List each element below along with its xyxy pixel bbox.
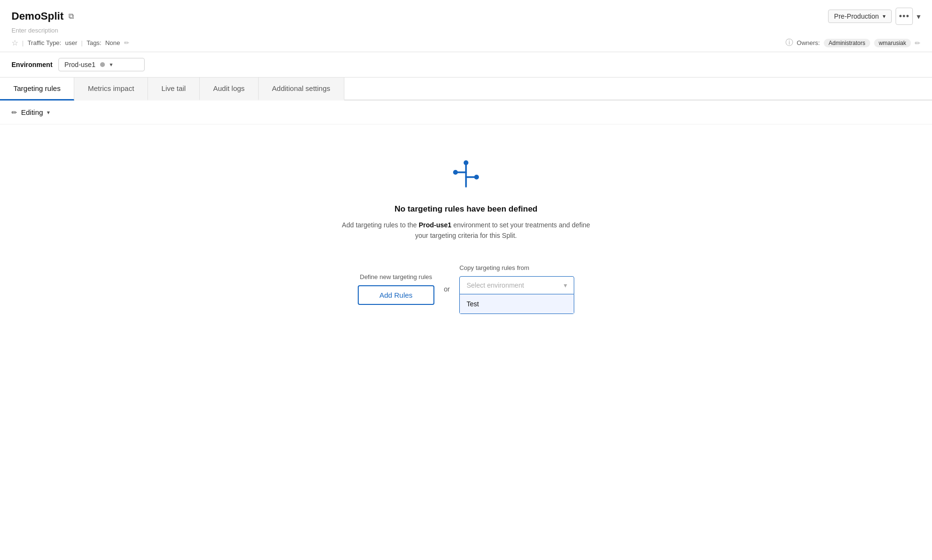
empty-state-title: No targeting rules have been defined	[395, 204, 538, 214]
owner-badge-wmarusiak: wmarusiak	[874, 39, 911, 47]
select-environment-chevron-icon: ▾	[564, 281, 567, 289]
owners-label: Owners:	[797, 39, 820, 46]
tags-value: None	[105, 39, 120, 46]
tags-edit-icon[interactable]: ✏	[124, 39, 129, 46]
environment-dropdown[interactable]: Prod-use1 ▾	[58, 58, 145, 71]
define-rules-label: Define new targeting rules	[360, 273, 432, 280]
tab-bar: Targeting rules Metrics impact Live tail…	[0, 78, 932, 101]
page-title: DemoSplit	[11, 10, 64, 22]
tab-audit-logs[interactable]: Audit logs	[200, 78, 259, 101]
environment-selected-value: Prod-use1	[65, 61, 96, 68]
star-icon[interactable]: ☆	[11, 38, 18, 47]
select-environment-dropdown[interactable]: Select environment ▾	[459, 276, 574, 294]
svg-point-4	[474, 175, 479, 179]
traffic-type-value: user	[65, 39, 77, 46]
editing-label: Editing	[21, 108, 43, 116]
or-text: or	[444, 285, 450, 293]
owner-badge-administrators: Administrators	[824, 39, 870, 47]
environment-status-dot	[100, 62, 105, 67]
dropdown-option-test[interactable]: Test	[460, 294, 574, 314]
description-text: Enter description	[11, 27, 921, 34]
svg-point-5	[464, 160, 468, 165]
editing-chevron-icon[interactable]: ▾	[47, 109, 50, 116]
copy-rules-label: Copy targeting rules from	[459, 264, 529, 271]
environment-selector-label: Pre-Production	[834, 12, 879, 20]
add-rules-button[interactable]: Add Rules	[358, 285, 434, 305]
svg-point-2	[453, 170, 458, 175]
owners-edit-icon[interactable]: ✏	[915, 39, 921, 47]
tab-metrics-impact[interactable]: Metrics impact	[74, 78, 148, 101]
editing-pencil-icon: ✏	[11, 109, 17, 116]
traffic-type-label: Traffic Type:	[27, 39, 61, 46]
global-chevron-icon[interactable]: ▾	[917, 12, 921, 21]
environment-dropdown-menu: Test	[459, 294, 574, 314]
help-icon: ⓘ	[785, 38, 793, 48]
more-options-button[interactable]: •••	[896, 8, 913, 25]
environment-dropdown-chevron: ▾	[110, 61, 113, 68]
environment-label: Environment	[11, 61, 53, 68]
select-environment-placeholder: Select environment	[466, 281, 524, 289]
tab-live-tail[interactable]: Live tail	[148, 78, 200, 101]
environment-selector[interactable]: Pre-Production ▾	[828, 10, 892, 23]
empty-state-icon	[447, 153, 485, 193]
empty-state-description: Add targeting rules to the Prod-use1 env…	[341, 220, 591, 241]
tab-targeting-rules[interactable]: Targeting rules	[0, 78, 74, 101]
tags-label: Tags:	[87, 39, 102, 46]
tab-additional-settings[interactable]: Additional settings	[259, 78, 344, 101]
copy-icon[interactable]: ⧉	[68, 12, 74, 21]
chevron-down-icon: ▾	[883, 13, 886, 20]
